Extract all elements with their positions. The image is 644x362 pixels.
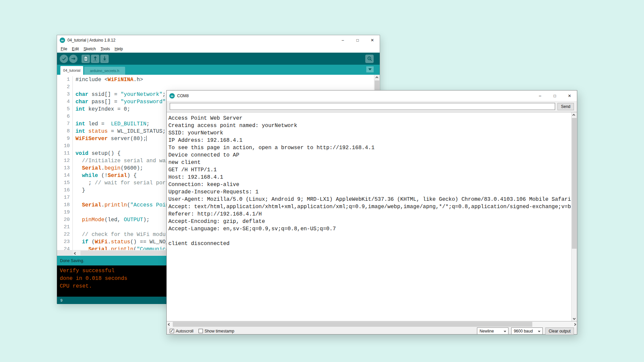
- scrollbar-corner: [57, 250, 73, 256]
- code-line: 1#include <WiFiNINA.h>: [57, 76, 380, 83]
- show-timestamp-label: Show timestamp: [205, 329, 234, 334]
- scroll-down-button[interactable]: [571, 315, 577, 321]
- check-icon: [62, 56, 66, 61]
- arrow-right-icon: [71, 56, 76, 61]
- serial-minimize-button[interactable]: –: [533, 90, 547, 101]
- scroll-left-button[interactable]: [167, 321, 172, 327]
- serial-output-line: Upgrade-Insecure-Requests: 1: [168, 188, 571, 196]
- scroll-up-button[interactable]: [571, 112, 577, 118]
- code-line: 2: [57, 83, 380, 91]
- chevron-up-icon: [375, 76, 378, 79]
- chevron-down-icon: [538, 330, 540, 332]
- serial-output-line: To see this page in action, open a brows…: [168, 144, 571, 152]
- line-ending-select[interactable]: Newline: [477, 327, 508, 335]
- new-sketch-button[interactable]: [82, 55, 90, 63]
- menu-edit[interactable]: Edit: [69, 47, 81, 51]
- ide-toolbar: [57, 53, 380, 65]
- arrow-down-tray-icon: [102, 56, 107, 61]
- chevron-down-icon: [368, 68, 372, 70]
- arrow-up-tray-icon: [93, 56, 98, 61]
- scroll-right-button[interactable]: [571, 321, 577, 327]
- ide-minimize-button[interactable]: –: [335, 35, 350, 45]
- serial-window-title: COM8: [177, 94, 189, 98]
- verify-button[interactable]: [60, 55, 68, 63]
- serial-titlebar[interactable]: ∞ COM8 – □ ✕: [167, 90, 577, 101]
- menu-file[interactable]: File: [58, 47, 69, 51]
- serial-output-line: Accept: text/html,application/xhtml+xml,…: [168, 203, 571, 210]
- serial-monitor-window: ∞ COM8 – □ ✕ Send Access Point Web Serve…: [166, 90, 577, 335]
- open-sketch-button[interactable]: [91, 55, 99, 63]
- upload-button[interactable]: [69, 55, 77, 63]
- serial-output-line: Access Point Web Server: [168, 115, 571, 122]
- serial-output-line: new client: [168, 159, 571, 166]
- serial-horizontal-scrollbar[interactable]: [167, 321, 577, 327]
- tab-04-tutorial[interactable]: 04_tutorial: [60, 66, 83, 75]
- line-ending-value: Newline: [480, 329, 494, 334]
- serial-output-line: Referer: http://192.168.4.1/H: [168, 210, 571, 218]
- ide-menubar: File Edit Sketch Tools Help: [57, 45, 380, 53]
- serial-output-line: Creating access point named: yourNetwork: [168, 122, 571, 129]
- serial-output-line: User-Agent: Mozilla/5.0 (Linux; Android …: [168, 196, 571, 203]
- serial-message-input[interactable]: [170, 103, 555, 110]
- ide-maximize-button[interactable]: □: [350, 35, 365, 45]
- arduino-logo-icon: ∞: [169, 93, 175, 99]
- chevron-left-icon: [168, 323, 170, 325]
- serial-monitor-button[interactable]: [365, 55, 374, 63]
- serial-output-line: Accept-Language: en,sv-SE;q=0.9,sv;q=0.8…: [168, 225, 571, 233]
- serial-output-line: SSID: yourNetwork: [168, 129, 571, 137]
- scrollbar-thumb[interactable]: [173, 322, 532, 327]
- autoscroll-label: Autoscroll: [176, 329, 194, 334]
- menu-sketch[interactable]: Sketch: [81, 47, 98, 51]
- save-sketch-button[interactable]: [100, 55, 109, 63]
- serial-output-line: Host: 192.168.4.1: [168, 174, 571, 181]
- serial-maximize-button[interactable]: □: [547, 90, 562, 101]
- menu-tools[interactable]: Tools: [98, 47, 112, 51]
- arduino-logo-icon: ∞: [60, 38, 65, 43]
- magnifier-icon: [367, 56, 372, 61]
- baud-rate-select[interactable]: 9600 baud: [511, 327, 543, 335]
- clear-output-button[interactable]: Clear output: [545, 327, 574, 335]
- ide-window-title: 04_tutorial | Arduino 1.8.12: [67, 38, 115, 43]
- serial-output-line: GET /H HTTP/1.1: [168, 166, 571, 174]
- serial-bottom-bar: Autoscroll Show timestamp Newline 9600 b…: [167, 327, 577, 335]
- document-icon: [84, 56, 88, 61]
- serial-output-text: Access Point Web ServerCreating access p…: [167, 112, 571, 321]
- chevron-right-icon: [573, 323, 576, 325]
- serial-output-line: Device connected to AP: [168, 152, 571, 159]
- tab-arduino-secrets[interactable]: arduino_secrets.h: [84, 67, 125, 75]
- ide-tabbar: 04_tutorial arduino_secrets.h: [57, 65, 380, 75]
- chevron-left-icon: [74, 252, 76, 254]
- serial-output-line: IP Address: 192.168.4.1: [168, 137, 571, 144]
- serial-output-area: Access Point Web ServerCreating access p…: [167, 112, 577, 321]
- baud-rate-value: 9600 baud: [514, 329, 533, 334]
- serial-vertical-scrollbar[interactable]: [571, 112, 577, 321]
- menu-help[interactable]: Help: [112, 47, 125, 51]
- send-button[interactable]: Send: [557, 103, 574, 110]
- ide-titlebar[interactable]: ∞ 04_tutorial | Arduino 1.8.12 – □ ✕: [57, 35, 380, 45]
- chevron-down-icon: [573, 317, 575, 319]
- serial-output-line: Accept-Encoding: gzip, deflate: [168, 218, 571, 225]
- status-message: Done Saving.: [60, 258, 84, 263]
- chevron-up-icon: [572, 114, 575, 116]
- tab-list-dropdown-button[interactable]: [366, 66, 374, 72]
- serial-input-row: Send: [167, 101, 577, 112]
- serial-output-line: client disconnected: [168, 240, 571, 247]
- serial-close-button[interactable]: ✕: [562, 90, 577, 101]
- cursor-line-indicator: 9: [60, 298, 62, 302]
- autoscroll-checkbox[interactable]: [170, 329, 174, 333]
- ide-close-button[interactable]: ✕: [365, 35, 380, 45]
- scrollbar-thumb[interactable]: [572, 118, 577, 249]
- scroll-up-button[interactable]: [374, 75, 380, 80]
- serial-output-line: [168, 233, 571, 240]
- show-timestamp-checkbox[interactable]: [199, 329, 203, 333]
- scroll-left-button[interactable]: [73, 250, 78, 256]
- serial-output-line: Connection: keep-alive: [168, 181, 571, 188]
- chevron-down-icon: [504, 330, 506, 332]
